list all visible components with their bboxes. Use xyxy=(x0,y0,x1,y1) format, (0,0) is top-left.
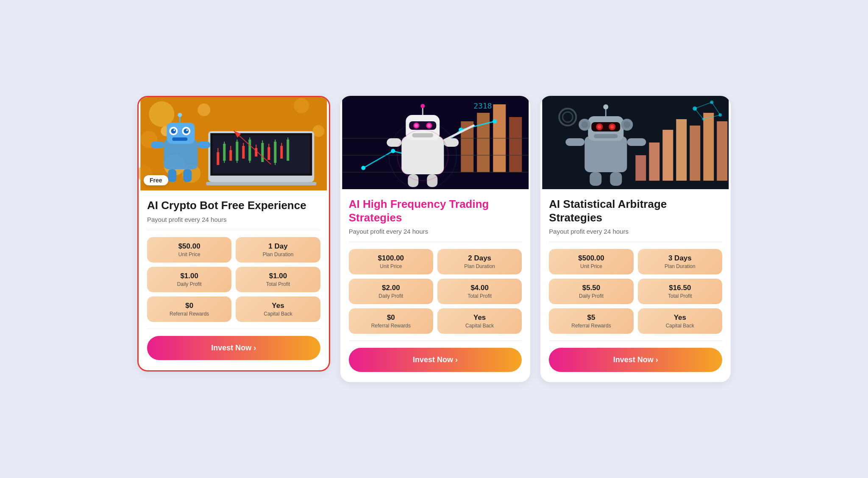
card-subtitle-2: Payout profit every 24 hours xyxy=(349,228,522,235)
svg-rect-38 xyxy=(164,140,198,169)
info-value: $5.50 xyxy=(553,284,629,292)
svg-point-43 xyxy=(184,129,189,134)
svg-point-77 xyxy=(420,104,425,108)
svg-rect-28 xyxy=(262,140,263,162)
info-label: Capital Back xyxy=(642,323,718,329)
info-value: Yes xyxy=(442,313,517,322)
info-cell-2-2: 2 DaysPlan Duration xyxy=(437,249,522,274)
svg-rect-34 xyxy=(281,143,282,159)
info-grid-1: $50.00Unit Price1 DayPlan Duration$1.00D… xyxy=(139,237,329,322)
info-label: Plan Duration xyxy=(442,263,517,269)
info-value: $2.00 xyxy=(353,284,429,292)
info-value: $0 xyxy=(353,313,429,322)
info-cell-3-6: YesCapital Back xyxy=(638,308,722,334)
svg-rect-116 xyxy=(566,138,585,146)
svg-rect-81 xyxy=(427,174,437,187)
info-label: Plan Duration xyxy=(240,252,316,257)
svg-rect-92 xyxy=(704,113,714,181)
info-label: Total Profit xyxy=(642,293,718,299)
svg-point-114 xyxy=(581,121,588,128)
info-label: Daily Profit xyxy=(353,293,429,299)
svg-point-45 xyxy=(186,129,188,131)
info-value: $50.00 xyxy=(151,242,227,251)
svg-point-107 xyxy=(598,125,601,129)
investment-card-1: Free AI Crypto Bot Free ExperiencePayout… xyxy=(137,96,330,371)
svg-rect-32 xyxy=(275,140,275,165)
info-cell-3-4: $16.50Total Profit xyxy=(638,279,722,304)
svg-rect-87 xyxy=(636,155,646,181)
card-body-3: AI Statistical Arbitrage StrategiesPayou… xyxy=(540,189,731,235)
card-title-1: AI Crypto Bot Free Experience xyxy=(147,199,320,212)
info-cell-1-6: YesCapital Back xyxy=(236,296,320,322)
info-label: Referral Rewards xyxy=(553,323,629,329)
svg-rect-91 xyxy=(690,126,701,181)
card-body-1: AI Crypto Bot Free ExperiencePayout prof… xyxy=(139,190,329,223)
info-value: $1.00 xyxy=(240,272,316,280)
card-subtitle-3: Payout profit every 24 hours xyxy=(549,228,722,235)
info-cell-2-4: $4.00Total Profit xyxy=(437,279,522,304)
invest-now-button-1[interactable]: Invest Now › xyxy=(147,336,320,360)
svg-rect-75 xyxy=(412,133,433,137)
info-label: Daily Profit xyxy=(553,293,629,299)
info-value: $0 xyxy=(151,302,227,310)
info-value: $100.00 xyxy=(353,254,429,263)
svg-rect-117 xyxy=(627,138,646,146)
svg-rect-37 xyxy=(206,182,316,185)
svg-rect-51 xyxy=(168,169,176,182)
card-image-1: Free xyxy=(139,97,329,190)
svg-rect-49 xyxy=(151,142,164,148)
invest-now-button-3[interactable]: Invest Now › xyxy=(549,348,722,372)
invest-now-button-2[interactable]: Invest Now › xyxy=(349,348,522,372)
info-cell-2-6: YesCapital Back xyxy=(437,308,522,334)
investment-card-2: 2318 AI High Frequency Trading Strategie… xyxy=(340,96,531,382)
svg-rect-20 xyxy=(236,140,237,163)
svg-rect-90 xyxy=(676,119,687,181)
svg-point-4 xyxy=(198,103,210,116)
info-value: Yes xyxy=(240,302,316,310)
svg-rect-24 xyxy=(249,137,250,163)
card-subtitle-1: Payout profit every 24 hours xyxy=(147,216,320,223)
info-value: $1.00 xyxy=(151,272,227,280)
info-cell-3-2: 3 DaysPlan Duration xyxy=(638,249,722,274)
info-cell-2-5: $0Referral Rewards xyxy=(349,308,433,334)
info-value: $4.00 xyxy=(442,284,517,292)
info-label: Referral Rewards xyxy=(151,311,227,317)
info-cell-1-5: $0Referral Rewards xyxy=(147,296,231,322)
svg-rect-36 xyxy=(287,137,288,161)
svg-rect-109 xyxy=(594,134,618,138)
info-value: Yes xyxy=(642,313,718,322)
info-label: Capital Back xyxy=(442,323,517,329)
svg-rect-119 xyxy=(610,172,622,186)
svg-rect-57 xyxy=(477,113,490,172)
svg-rect-16 xyxy=(224,142,225,163)
info-label: Total Profit xyxy=(442,293,517,299)
info-value: 3 Days xyxy=(642,254,718,263)
info-value: 1 Day xyxy=(240,242,316,251)
svg-rect-26 xyxy=(256,145,256,157)
info-label: Referral Rewards xyxy=(353,323,429,329)
svg-rect-93 xyxy=(717,121,728,181)
info-grid-3: $500.00Unit Price3 DaysPlan Duration$5.5… xyxy=(540,249,731,334)
info-cell-1-4: $1.00Total Profit xyxy=(236,267,320,292)
svg-rect-59 xyxy=(509,117,522,172)
svg-rect-88 xyxy=(649,143,660,181)
svg-rect-22 xyxy=(243,143,244,159)
info-label: Unit Price xyxy=(553,263,629,269)
info-value: $500.00 xyxy=(553,254,629,263)
svg-rect-14 xyxy=(217,148,218,165)
svg-rect-30 xyxy=(268,144,269,160)
info-cell-3-1: $500.00Unit Price xyxy=(549,249,633,274)
svg-point-47 xyxy=(178,113,182,117)
svg-point-42 xyxy=(171,129,176,134)
info-cell-1-2: 1 DayPlan Duration xyxy=(236,237,320,263)
svg-point-111 xyxy=(604,104,609,109)
info-cell-1-3: $1.00Daily Profit xyxy=(147,267,231,292)
svg-rect-52 xyxy=(183,169,192,182)
info-cell-2-1: $100.00Unit Price xyxy=(349,249,433,274)
svg-rect-89 xyxy=(663,130,673,181)
info-cell-3-5: $5Referral Rewards xyxy=(549,308,633,334)
info-label: Unit Price xyxy=(353,263,429,269)
svg-point-74 xyxy=(427,124,431,127)
investment-card-3: AI Statistical Arbitrage StrategiesPayou… xyxy=(540,96,731,382)
svg-rect-102 xyxy=(585,136,627,172)
